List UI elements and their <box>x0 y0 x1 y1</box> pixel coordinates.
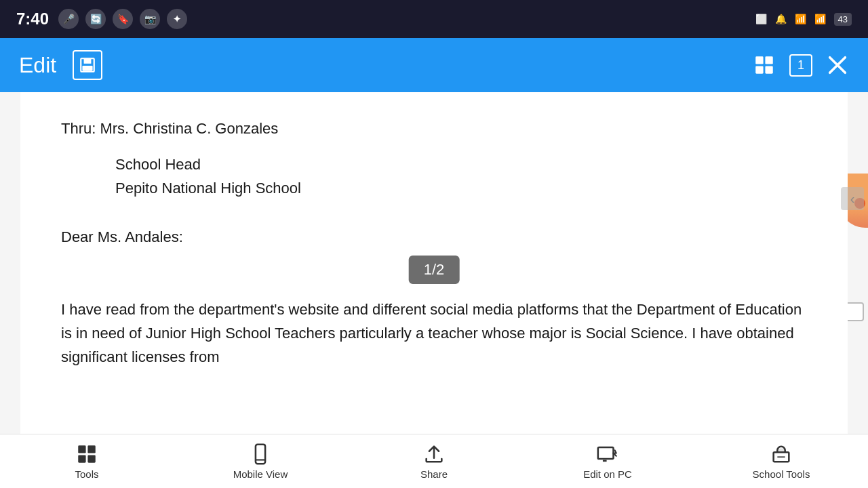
toolbar-left: Edit <box>19 50 102 80</box>
nav-arrow-right[interactable]: ‹ <box>841 187 864 210</box>
svg-rect-4 <box>765 56 772 64</box>
nav-edit-on-pc[interactable]: Edit on PC <box>574 443 642 480</box>
status-left: 7:40 🎤 🔄 🔖 📷 ✦ <box>16 9 187 29</box>
camera-icon: 📷 <box>140 9 160 29</box>
share-label: Share <box>420 468 448 480</box>
nav-school-tools[interactable]: School Tools <box>747 443 815 480</box>
svg-rect-11 <box>78 455 85 462</box>
share-icon <box>422 443 446 466</box>
grid-icon <box>753 54 776 77</box>
mobile-view-label: Mobile View <box>233 468 288 480</box>
school-tools-label: School Tools <box>753 468 810 480</box>
svg-rect-3 <box>755 56 763 64</box>
back-arrow-icon[interactable]: ‹ <box>841 187 864 210</box>
school-tools-icon <box>770 443 793 466</box>
edit-label[interactable]: Edit <box>19 53 56 78</box>
bottom-nav: Tools Mobile View Share Edit on PC <box>0 434 868 488</box>
bookmark-icon: 🔖 <box>113 9 133 29</box>
screen-icon: ⬜ <box>755 14 767 24</box>
status-bar: 7:40 🎤 🔄 🔖 📷 ✦ ⬜ 🔔 📶 📶 43 <box>0 0 868 38</box>
mic-icon: 🎤 <box>58 9 79 29</box>
close-button[interactable] <box>826 54 849 77</box>
svg-rect-18 <box>778 449 785 453</box>
svg-rect-15 <box>598 447 614 459</box>
svg-rect-1 <box>84 58 92 64</box>
tools-icon <box>75 443 98 466</box>
body-text: I have read from the department's websit… <box>61 298 807 369</box>
page-overlay: 1/2 <box>409 256 460 284</box>
school-head-line: School Head <box>61 152 807 176</box>
nav-share[interactable]: Share <box>400 443 468 480</box>
sound-icon: 🔔 <box>775 14 787 24</box>
toolbar-right: 1 <box>753 54 849 77</box>
edit-on-pc-label: Edit on PC <box>583 468 632 480</box>
svg-rect-13 <box>256 445 265 464</box>
close-icon <box>826 54 849 77</box>
document-area: ‹ Thru: Mrs. Christina C. Gonzales Schoo… <box>0 92 868 434</box>
signal-icon: 📶 <box>795 14 806 24</box>
svg-rect-10 <box>87 445 95 453</box>
edit-on-pc-icon <box>596 443 619 466</box>
svg-rect-2 <box>83 66 93 71</box>
checkbox-right[interactable] <box>845 302 864 321</box>
greeting-line: Dear Ms. Andales: <box>61 225 807 249</box>
page-badge[interactable]: 1 <box>789 54 812 77</box>
grid-button[interactable] <box>753 54 776 77</box>
tools-label: Tools <box>75 468 98 480</box>
status-time: 7:40 <box>16 9 49 28</box>
thru-line: Thru: Mrs. Christina C. Gonzales <box>61 117 807 140</box>
toolbar: Edit 1 <box>0 38 868 92</box>
save-icon <box>79 56 96 74</box>
nav-tools[interactable]: Tools <box>53 443 121 480</box>
mobile-view-icon <box>249 443 272 466</box>
star-icon: ✦ <box>167 9 187 29</box>
school-name-line: Pepito National High School <box>61 176 807 200</box>
svg-rect-9 <box>78 445 85 453</box>
battery-badge: 43 <box>834 13 852 26</box>
svg-rect-6 <box>765 66 772 73</box>
nav-mobile-view[interactable]: Mobile View <box>226 443 294 480</box>
page-indicator: 1/2 <box>424 261 445 278</box>
svg-rect-5 <box>755 66 763 73</box>
svg-rect-12 <box>87 455 95 462</box>
save-button[interactable] <box>73 50 102 80</box>
status-right: ⬜ 🔔 📶 📶 43 <box>755 13 852 26</box>
signal2-icon: 📶 <box>814 14 826 24</box>
sync-icon: 🔄 <box>85 9 106 29</box>
status-icons: 🎤 🔄 🔖 📷 ✦ <box>58 9 187 29</box>
